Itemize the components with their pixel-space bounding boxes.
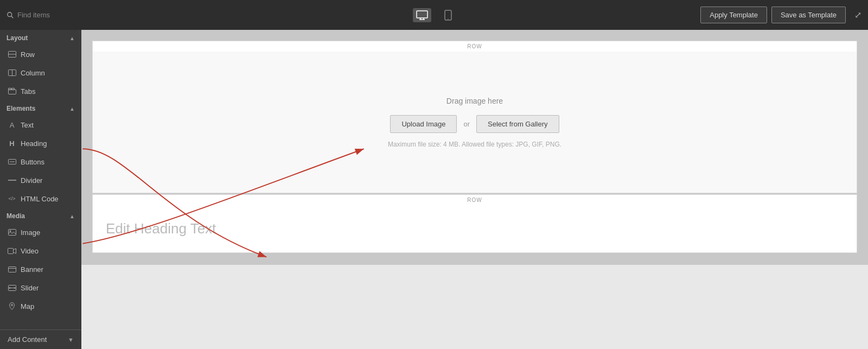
sidebar-item-buttons-label: Buttons <box>21 158 44 166</box>
heading-area[interactable]: Edit Heading Text <box>93 205 857 252</box>
svg-point-19 <box>9 230 10 231</box>
search-icon <box>7 11 14 19</box>
sidebar-item-row-label: Row <box>21 50 35 59</box>
layout-section-label: Layout <box>7 34 28 42</box>
sidebar: Layout ▲ Row Column Tabs Elements ▲ <box>0 30 81 349</box>
sidebar-item-heading-label: Heading <box>21 139 47 148</box>
image-icon <box>8 228 16 237</box>
expand-icon[interactable]: ⤢ <box>854 10 861 20</box>
row-heading: ROW Edit Heading Text <box>92 194 857 253</box>
sidebar-item-banner[interactable]: Banner <box>0 260 81 278</box>
sidebar-item-html[interactable]: </> HTML Code <box>0 189 81 208</box>
row-icon <box>8 50 16 59</box>
banner-icon <box>8 265 16 274</box>
main-layout: Layout ▲ Row Column Tabs Elements ▲ <box>0 30 868 349</box>
or-separator: or <box>463 120 470 128</box>
row1-label: ROW <box>93 41 857 52</box>
canvas-area: ROW Drag image here Upload Image or Sele… <box>81 30 868 265</box>
svg-point-7 <box>448 18 449 20</box>
canvas-wrapper: ROW Drag image here Upload Image or Sele… <box>81 30 868 349</box>
map-icon <box>8 302 16 310</box>
text-icon: A <box>8 120 16 129</box>
select-gallery-button[interactable]: Select from Gallery <box>476 115 559 133</box>
layout-chevron-icon: ▲ <box>69 35 75 41</box>
mobile-view-button[interactable] <box>441 8 455 23</box>
sidebar-item-banner-label: Banner <box>21 265 43 274</box>
media-chevron-icon: ▲ <box>69 213 75 219</box>
elements-chevron-icon: ▲ <box>69 106 75 112</box>
svg-point-0 <box>8 12 12 16</box>
topbar-right: Apply Template Save as Template ⤢ <box>700 7 861 23</box>
elements-section-label: Elements <box>7 105 35 112</box>
buttons-icon <box>8 157 16 166</box>
desktop-icon <box>416 10 428 20</box>
html-icon: </> <box>8 194 16 203</box>
row-image: ROW Drag image here Upload Image or Sele… <box>92 41 857 193</box>
elements-section-header[interactable]: Elements ▲ <box>0 100 81 116</box>
heading-icon: H <box>8 139 16 148</box>
sidebar-item-row[interactable]: Row <box>0 45 81 64</box>
svg-rect-13 <box>8 88 11 90</box>
sidebar-item-text-label: Text <box>21 121 34 129</box>
sidebar-item-map[interactable]: Map <box>0 297 81 315</box>
svg-marker-26 <box>14 287 16 289</box>
sidebar-item-image[interactable]: Image <box>0 223 81 242</box>
sidebar-item-column-label: Column <box>21 69 45 77</box>
sidebar-item-tabs[interactable]: Tabs <box>0 82 81 100</box>
sidebar-item-video[interactable]: Video <box>0 242 81 260</box>
add-content-label: Add Content <box>8 335 47 344</box>
sidebar-item-column[interactable]: Column <box>0 64 81 82</box>
sidebar-item-divider-label: Divider <box>21 176 42 185</box>
layout-section-header[interactable]: Layout ▲ <box>0 30 81 45</box>
sidebar-item-buttons[interactable]: Buttons <box>0 153 81 171</box>
mobile-icon <box>444 10 452 21</box>
search-input-label: Find items <box>17 11 50 19</box>
svg-point-27 <box>11 304 13 306</box>
video-icon <box>8 246 16 255</box>
svg-line-1 <box>11 16 14 18</box>
sidebar-item-heading[interactable]: H Heading <box>0 134 81 153</box>
sidebar-item-map-label: Map <box>21 302 34 310</box>
sidebar-item-slider-label: Slider <box>21 284 39 292</box>
svg-rect-14 <box>11 88 14 90</box>
heading-placeholder-text: Edit Heading Text <box>106 220 216 237</box>
sidebar-item-text[interactable]: A Text <box>0 116 81 134</box>
image-upload-area: Drag image here Upload Image or Select f… <box>93 52 857 193</box>
file-info-text: Maximum file size: 4 MB. Allowed file ty… <box>388 141 561 148</box>
svg-rect-21 <box>8 266 16 272</box>
tabs-icon <box>8 87 16 96</box>
apply-template-button[interactable]: Apply Template <box>700 7 767 23</box>
device-switcher <box>413 8 455 23</box>
add-content-chevron-icon: ▼ <box>68 337 74 343</box>
svg-rect-20 <box>8 248 14 253</box>
media-section-header[interactable]: Media ▲ <box>0 208 81 223</box>
sidebar-item-tabs-label: Tabs <box>21 87 35 96</box>
upload-buttons-row: Upload Image or Select from Gallery <box>390 115 559 133</box>
sidebar-item-slider[interactable]: Slider <box>0 278 81 297</box>
save-template-button[interactable]: Save as Template <box>771 7 846 23</box>
sidebar-item-divider[interactable]: Divider <box>0 171 81 189</box>
divider-icon <box>8 176 16 185</box>
search-area[interactable]: Find items <box>7 11 50 19</box>
svg-marker-25 <box>9 287 10 289</box>
add-content-button[interactable]: Add Content ▼ <box>0 329 81 349</box>
svg-rect-2 <box>417 11 427 18</box>
column-icon <box>8 68 16 77</box>
sidebar-item-image-label: Image <box>21 229 40 237</box>
sidebar-item-video-label: Video <box>21 247 39 255</box>
svg-rect-12 <box>8 90 16 94</box>
row2-label: ROW <box>93 195 857 205</box>
drag-text: Drag image here <box>446 97 503 105</box>
media-section-label: Media <box>7 212 25 220</box>
upload-image-button[interactable]: Upload Image <box>390 115 457 133</box>
sidebar-item-html-label: HTML Code <box>21 195 59 203</box>
topbar: Find items Apply Template Save as Templa… <box>0 0 868 30</box>
slider-icon <box>8 283 16 292</box>
desktop-view-button[interactable] <box>413 8 431 22</box>
